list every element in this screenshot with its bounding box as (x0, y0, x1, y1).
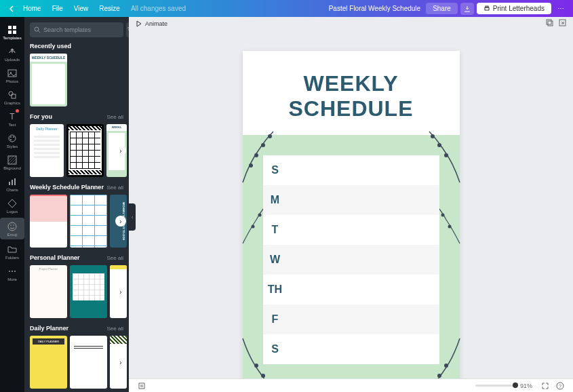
rail-logos[interactable]: Logos (0, 195, 24, 216)
rail-uploads[interactable]: Uploads (0, 43, 24, 64)
schedule-table[interactable]: S M T W Th F S (263, 155, 439, 364)
svg-point-30 (254, 153, 258, 157)
svg-point-43 (258, 214, 261, 217)
help-icon[interactable]: ? (555, 381, 565, 391)
svg-text:?: ? (559, 384, 561, 389)
svg-rect-3 (13, 26, 16, 29)
section-title-wsp: Weekly Schedule Planner (30, 184, 104, 191)
svg-point-38 (261, 374, 265, 378)
scroll-right-button[interactable]: › (115, 286, 126, 297)
share-button[interactable]: Share (426, 3, 458, 14)
template-thumb[interactable] (30, 195, 67, 248)
template-thumb[interactable]: Project Planner (30, 265, 67, 318)
svg-point-37 (254, 364, 258, 368)
zoom-percentage[interactable]: 91% (520, 383, 532, 389)
svg-point-20 (8, 222, 16, 231)
day-row[interactable]: W (263, 245, 439, 275)
svg-point-31 (261, 143, 265, 147)
section-title-dp: Daily Planner (30, 325, 68, 332)
expand-page-icon[interactable] (559, 19, 566, 28)
svg-rect-6 (8, 70, 16, 77)
rail-background[interactable]: Bkground (0, 151, 24, 173)
svg-point-26 (35, 27, 39, 31)
svg-point-25 (14, 271, 16, 272)
svg-point-36 (431, 134, 435, 138)
svg-point-11 (9, 135, 16, 142)
page-title-text[interactable]: Weekly Schedule (243, 51, 460, 135)
document-title[interactable]: Pastel Floral Weekly Schedule (329, 5, 420, 12)
duplicate-page-icon[interactable] (546, 19, 553, 28)
day-row[interactable]: F (263, 305, 439, 334)
scroll-right-button[interactable]: › (115, 216, 126, 227)
svg-point-12 (10, 136, 12, 138)
svg-rect-1 (486, 6, 488, 7)
slider-thumb[interactable] (513, 383, 518, 388)
day-row[interactable]: S (263, 334, 439, 364)
svg-rect-4 (8, 31, 12, 34)
template-thumb[interactable] (70, 195, 107, 248)
notes-icon[interactable] (137, 381, 146, 391)
scroll-right-button[interactable]: › (115, 145, 126, 156)
svg-point-44 (448, 225, 451, 229)
day-row[interactable]: M (263, 185, 439, 215)
menu-resize[interactable]: Resize (94, 5, 125, 12)
fullscreen-icon[interactable] (540, 381, 550, 391)
day-row[interactable]: S (263, 155, 439, 185)
rail-charts[interactable]: Charts (0, 173, 24, 195)
menu-file[interactable]: File (47, 5, 68, 12)
day-row[interactable]: Th (263, 275, 439, 305)
menu-view[interactable]: View (68, 5, 94, 12)
template-thumb[interactable]: WEEKLY SCHEDULE (30, 54, 67, 106)
templates-panel: Recently used WEEKLY SCHEDULE For youSee… (24, 17, 129, 392)
template-thumb[interactable]: DAILY PLANNER (30, 336, 67, 389)
svg-rect-16 (9, 182, 10, 185)
svg-rect-46 (139, 383, 144, 389)
svg-rect-17 (12, 180, 13, 185)
see-all-link[interactable]: See all (107, 184, 123, 191)
template-thumb[interactable] (66, 124, 104, 177)
collapse-panel-button[interactable]: ‹ (129, 203, 136, 231)
canvas-area[interactable]: Animate Weekly Schedule S M T W Th F S (129, 17, 573, 378)
template-thumb[interactable] (70, 265, 107, 318)
zoom-slider[interactable] (475, 385, 516, 387)
svg-point-32 (268, 134, 272, 138)
rail-styles[interactable]: Styles (0, 130, 24, 151)
svg-point-21 (10, 224, 12, 226)
section-title-foryou: For you (30, 113, 52, 120)
see-all-link[interactable]: See all (107, 326, 123, 332)
section-title-pp: Personal Planner (30, 254, 80, 261)
rail-graphics[interactable]: Graphics (0, 86, 24, 108)
svg-point-42 (251, 225, 254, 229)
rail-templates[interactable]: Templates (0, 21, 24, 43)
download-button[interactable] (460, 3, 474, 15)
print-button[interactable]: Print Letterheads (477, 3, 551, 14)
animate-button[interactable]: Animate (145, 20, 167, 27)
template-thumb[interactable]: RULE THE DAY (70, 336, 107, 389)
svg-point-40 (444, 364, 448, 368)
menu-home[interactable]: Home (18, 5, 47, 12)
rail-text[interactable]: TText (0, 108, 24, 130)
svg-point-22 (13, 224, 14, 226)
template-thumb[interactable]: Daily Planner (30, 124, 64, 177)
svg-marker-19 (8, 199, 16, 208)
day-row[interactable]: T (263, 215, 439, 245)
search-input[interactable] (43, 26, 119, 33)
rail-more[interactable]: More (0, 262, 24, 284)
rail-photos[interactable]: Photos (0, 64, 24, 86)
see-all-link[interactable]: See all (107, 114, 123, 120)
scroll-right-button[interactable]: › (115, 357, 126, 368)
more-menu-button[interactable]: ⋯ (554, 3, 568, 15)
svg-rect-18 (14, 178, 16, 185)
see-all-link[interactable]: See all (107, 255, 123, 261)
rail-folders[interactable]: Folders (0, 241, 24, 262)
search-box[interactable] (30, 22, 123, 37)
animate-icon (134, 20, 142, 28)
svg-rect-5 (13, 31, 16, 34)
design-page[interactable]: Weekly Schedule S M T W Th F S (243, 51, 460, 378)
svg-rect-27 (547, 20, 551, 24)
svg-point-13 (13, 136, 14, 138)
rail-emoji[interactable]: Emoji (0, 218, 24, 239)
bottom-bar: 91% ? (129, 378, 573, 392)
back-button[interactable] (5, 3, 18, 15)
svg-point-45 (441, 214, 444, 217)
